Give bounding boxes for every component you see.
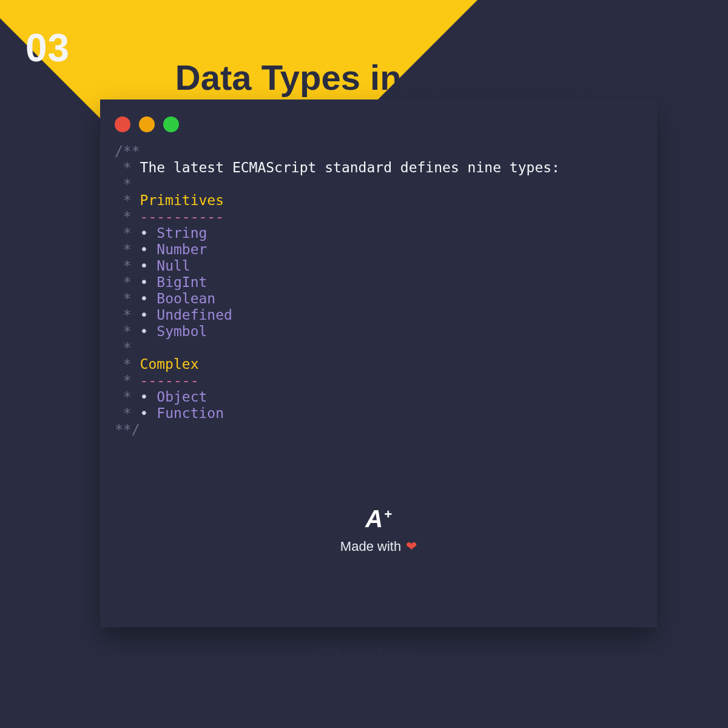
section-heading-primitives: Primitives bbox=[140, 192, 224, 208]
type-item: Number bbox=[157, 241, 207, 257]
close-icon[interactable] bbox=[115, 116, 130, 132]
made-with-text: Made with bbox=[340, 539, 401, 554]
section-underline: ------- bbox=[140, 372, 199, 388]
maximize-icon[interactable] bbox=[163, 116, 179, 132]
code-intro: The latest ECMAScript standard defines n… bbox=[140, 160, 560, 175]
type-item: Null bbox=[157, 258, 190, 274]
type-item: Undefined bbox=[157, 307, 232, 323]
social-handle: @flowforfrank bbox=[0, 644, 728, 663]
footer-logo-block: A+ Made with ❤ bbox=[100, 505, 657, 554]
slide-title: Data Types in JavaScript bbox=[0, 57, 728, 98]
code-block: /** * The latest ECMAScript standard def… bbox=[115, 143, 642, 438]
type-item: Object bbox=[157, 389, 207, 405]
type-item: BigInt bbox=[157, 274, 207, 290]
window-controls bbox=[115, 116, 642, 132]
type-item: Symbol bbox=[157, 323, 207, 339]
logo-a-plus: A+ bbox=[365, 505, 392, 533]
type-item: Function bbox=[157, 405, 224, 421]
made-with-label: Made with ❤ bbox=[100, 539, 657, 554]
code-editor-window: /** * The latest ECMAScript standard def… bbox=[100, 99, 657, 627]
slide-canvas: 03 Data Types in JavaScript /** * The la… bbox=[0, 0, 728, 728]
type-item: Boolean bbox=[157, 291, 215, 306]
comment-open: /** bbox=[115, 143, 140, 159]
heart-icon: ❤ bbox=[406, 539, 417, 554]
logo-letter: A bbox=[365, 505, 383, 533]
comment-close: **/ bbox=[115, 422, 140, 437]
type-item: String bbox=[157, 225, 207, 241]
section-underline: ---------- bbox=[140, 209, 224, 224]
minimize-icon[interactable] bbox=[139, 116, 155, 132]
section-heading-complex: Complex bbox=[140, 356, 199, 372]
logo-plus: + bbox=[384, 507, 392, 522]
